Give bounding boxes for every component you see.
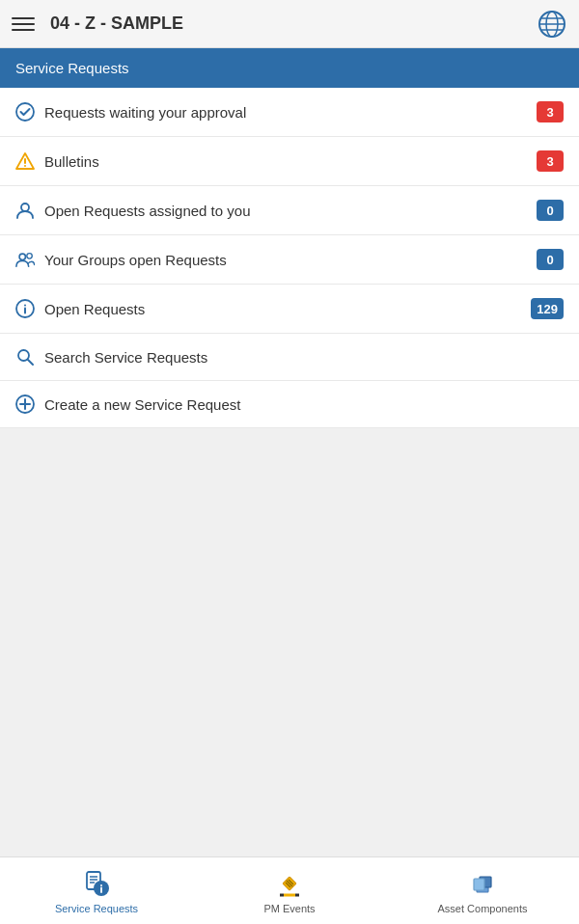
menu-item-label: Your Groups open Requests	[44, 252, 537, 268]
svg-point-11	[27, 254, 32, 258]
menu-item-label: Bulletins	[44, 153, 537, 170]
nav-item-asset-components[interactable]: Asset Components	[386, 857, 579, 924]
badge-open-assigned: 0	[537, 200, 564, 221]
nav-label-asset-components: Asset Components	[438, 903, 528, 914]
nav-item-service-requests[interactable]: Service Requests	[0, 857, 193, 924]
menu-item-search[interactable]: Search Service Requests	[0, 334, 579, 381]
menu-item-groups-open[interactable]: Your Groups open Requests 0	[0, 235, 579, 285]
content-area: Service Requests Requests waiting your a…	[0, 48, 579, 856]
menu-item-label: Requests waiting your approval	[44, 104, 537, 121]
badge-open-requests: 129	[531, 298, 564, 319]
badge-bulletins: 3	[537, 150, 564, 172]
globe-icon[interactable]	[537, 9, 567, 40]
menu-item-open-requests[interactable]: Open Requests 129	[0, 285, 579, 334]
nav-label-pm-events: PM Events	[263, 903, 315, 914]
badge-groups-open: 0	[537, 249, 564, 270]
hamburger-menu-icon[interactable]	[12, 13, 35, 36]
menu-item-create-new[interactable]: Create a new Service Request	[0, 381, 579, 428]
warning-icon	[15, 151, 35, 171]
menu-item-open-assigned[interactable]: Open Requests assigned to you 0	[0, 186, 579, 235]
search-icon	[15, 347, 35, 367]
pm-events-nav-icon	[274, 868, 305, 899]
menu-item-label: Open Requests assigned to you	[44, 203, 537, 219]
info-icon	[15, 299, 35, 318]
svg-point-5	[16, 103, 34, 121]
app-header: 04 - Z - SAMPLE	[0, 0, 579, 48]
person-icon	[15, 201, 35, 220]
add-icon	[15, 394, 35, 414]
svg-point-13	[24, 305, 26, 307]
asset-components-nav-icon	[467, 868, 498, 899]
menu-item-waiting-approval[interactable]: Requests waiting your approval 3	[0, 88, 579, 137]
menu-item-label: Search Service Requests	[44, 349, 564, 366]
section-header: Service Requests	[0, 48, 579, 88]
svg-point-9	[21, 204, 29, 211]
menu-list: Requests waiting your approval 3 Bulleti…	[0, 88, 579, 428]
svg-line-16	[28, 360, 33, 365]
nav-label-service-requests: Service Requests	[55, 903, 138, 914]
nav-item-pm-events[interactable]: PM Events	[193, 857, 386, 924]
badge-waiting-approval: 3	[537, 101, 564, 122]
section-title: Service Requests	[15, 60, 129, 76]
svg-point-8	[24, 165, 26, 167]
service-requests-nav-icon	[81, 868, 112, 899]
svg-point-10	[19, 254, 25, 259]
svg-rect-36	[474, 879, 484, 890]
menu-item-label: Open Requests	[44, 301, 531, 317]
check-circle-icon	[15, 102, 35, 122]
group-icon	[15, 250, 35, 269]
page-title: 04 - Z - SAMPLE	[50, 14, 537, 34]
menu-item-label: Create a new Service Request	[44, 396, 564, 413]
svg-point-22	[100, 884, 102, 886]
menu-item-bulletins[interactable]: Bulletins 3	[0, 137, 579, 186]
bottom-nav: Service Requests PM Events	[0, 856, 579, 924]
